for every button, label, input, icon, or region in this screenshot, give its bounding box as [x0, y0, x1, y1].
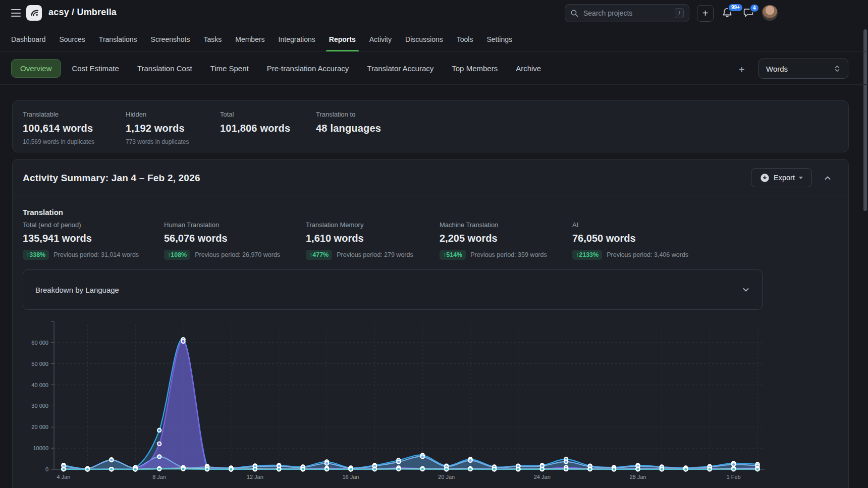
svg-text:50 000: 50 000 [31, 361, 48, 367]
notifications-button[interactable]: 99+ [722, 7, 735, 20]
nav-activity[interactable]: Activity [369, 28, 392, 51]
nav-members[interactable]: Members [235, 28, 264, 51]
tab-cost-estimate[interactable]: Cost Estimate [72, 59, 119, 78]
reports-page: acsy / Umbrella / + 99+ 4 [0, 0, 868, 488]
project-stats-card: Translatable 100,614 words 10,569 words … [12, 100, 849, 152]
crowdin-bird-icon [29, 8, 40, 19]
chevron-down-icon [742, 286, 750, 294]
metric-human-translation: Human Translation 56,076 words ↑108% Pre… [164, 221, 280, 260]
svg-text:30 000: 30 000 [31, 403, 48, 409]
caret-down-icon [799, 177, 803, 179]
translation-section-title: Translation [23, 208, 63, 216]
menu-icon[interactable] [11, 9, 21, 17]
unit-select[interactable]: Words [758, 59, 848, 79]
nav-integrations[interactable]: Integrations [279, 28, 315, 51]
change-badge: ↑514% [440, 250, 466, 260]
svg-text:10000: 10000 [33, 445, 48, 451]
nav-dashboard[interactable]: Dashboard [11, 28, 46, 51]
stat-total: Total 101,806 words [220, 111, 290, 134]
messages-badge: 4 [749, 4, 760, 13]
svg-text:20 Jan: 20 Jan [438, 474, 455, 480]
svg-text:8 Jan: 8 Jan [152, 474, 166, 480]
svg-text:0: 0 [45, 466, 48, 472]
change-badge: ↑2133% [572, 250, 602, 260]
main-nav: Dashboard Sources Translations Screensho… [0, 28, 868, 51]
tab-overview[interactable]: Overview [11, 59, 61, 78]
svg-text:1 Feb: 1 Feb [727, 474, 741, 480]
tab-top-members[interactable]: Top Members [452, 59, 498, 78]
messages-button[interactable]: 4 [743, 7, 756, 20]
nav-sources[interactable]: Sources [60, 28, 85, 51]
metric-ai: AI 76,050 words ↑2133% Previous period: … [572, 221, 688, 260]
stat-translation-to: Translation to 48 languages [316, 111, 381, 134]
sorter-icon [834, 65, 841, 73]
svg-text:28 Jan: 28 Jan [629, 474, 646, 480]
divider [13, 196, 848, 196]
activity-chart: 01000020 00030 00040 00050 00060 0004 Ja… [0, 303, 868, 488]
add-report-icon[interactable]: + [739, 64, 745, 76]
svg-text:24 Jan: 24 Jan [534, 474, 551, 480]
page-title: acsy / Umbrella [48, 7, 117, 18]
user-avatar[interactable] [762, 5, 778, 21]
chevron-up-icon [824, 174, 832, 182]
tab-translation-cost[interactable]: Translation Cost [137, 59, 192, 78]
reports-sub-nav: Overview Cost Estimate Translation Cost … [0, 52, 868, 85]
create-project-button[interactable]: + [697, 5, 714, 22]
stat-translatable: Translatable 100,614 words 10,569 words … [23, 111, 94, 145]
nav-reports[interactable]: Reports [329, 28, 356, 51]
topbar: acsy / Umbrella / + 99+ 4 [0, 0, 868, 26]
tab-time-spent[interactable]: Time Spent [210, 59, 249, 78]
nav-screenshots[interactable]: Screenshots [151, 28, 190, 51]
metric-machine-translation: Machine Translation 2,205 words ↑514% Pr… [440, 221, 547, 260]
svg-text:16 Jan: 16 Jan [342, 474, 359, 480]
nav-translations[interactable]: Translations [99, 28, 137, 51]
export-button[interactable]: Export [751, 168, 812, 187]
svg-text:20 000: 20 000 [31, 424, 48, 430]
search-input[interactable] [583, 9, 675, 17]
unit-select-value: Words [766, 65, 834, 73]
search-box[interactable]: / [565, 4, 689, 22]
change-badge: ↑108% [164, 250, 190, 260]
svg-text:60 000: 60 000 [31, 340, 48, 346]
nav-tasks[interactable]: Tasks [203, 28, 222, 51]
activity-summary-title: Activity Summary: Jan 4 – Feb 2, 2026 [23, 173, 200, 184]
tab-pre-translation-accuracy[interactable]: Pre-translation Accuracy [267, 59, 349, 78]
nav-settings[interactable]: Settings [486, 28, 512, 51]
nav-discussions[interactable]: Discussions [405, 28, 443, 51]
change-badge: ↑477% [306, 250, 332, 260]
project-logo[interactable] [26, 5, 42, 21]
download-circle-icon [760, 173, 770, 183]
nav-tools[interactable]: Tools [457, 28, 473, 51]
tab-archive[interactable]: Archive [516, 59, 541, 78]
search-shortcut-key: / [675, 8, 684, 18]
notifications-badge: 99+ [728, 3, 743, 12]
svg-text:4 Jan: 4 Jan [57, 474, 71, 480]
metric-total-end-of-period: Total (end of period) 135,941 words ↑338… [23, 221, 139, 260]
svg-text:12 Jan: 12 Jan [247, 474, 263, 480]
tab-translator-accuracy[interactable]: Translator Accuracy [367, 59, 433, 78]
svg-text:40 000: 40 000 [31, 382, 48, 388]
search-icon [570, 9, 579, 18]
breakdown-label: Breakdown by Language [35, 286, 742, 294]
stat-hidden: Hidden 1,192 words 773 words in duplicat… [126, 111, 189, 145]
metric-translation-memory: Translation Memory 1,610 words ↑477% Pre… [306, 221, 413, 260]
change-badge: ↑338% [23, 250, 49, 260]
export-label: Export [774, 174, 795, 182]
collapse-section-button[interactable] [820, 171, 835, 186]
